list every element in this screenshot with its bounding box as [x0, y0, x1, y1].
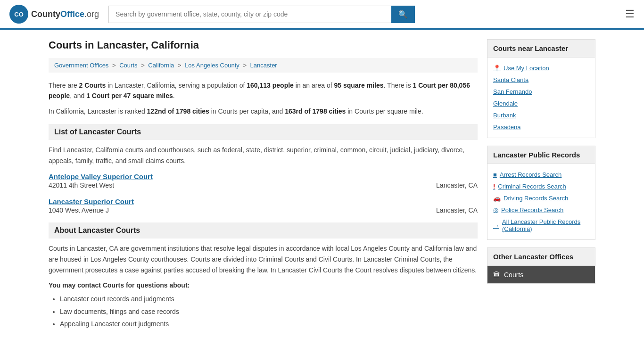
search-button[interactable]: 🔍 — [391, 6, 415, 23]
contact-item-1: Lancaster court records and judgments — [60, 293, 478, 305]
description-1: There are 2 Courts in Lancaster, Califor… — [49, 80, 478, 101]
site-header: CO CountyOffice.org 🔍 ☰ — [0, 0, 644, 30]
breadcrumb: Government Offices > Courts > California… — [49, 58, 478, 73]
arrow-icon: → — [493, 222, 499, 229]
court-item-2: Lancaster Superior Court 1040 West Avenu… — [49, 197, 478, 215]
contact-list: Lancaster court records and judgments La… — [49, 293, 478, 330]
main-content: Courts in Lancaster, California Governme… — [49, 39, 478, 330]
arrest-records-link[interactable]: ■ Arrest Records Search — [493, 169, 589, 181]
location-icon: 📍 — [493, 65, 501, 72]
nearby-city-4[interactable]: Burbank — [493, 109, 589, 121]
court-city-2: Lancaster, CA — [436, 206, 478, 214]
driving-icon: 🚗 — [493, 195, 501, 202]
nearby-city-1[interactable]: Santa Clarita — [493, 74, 589, 86]
about-text: Courts in Lancaster, CA are government i… — [49, 243, 478, 276]
other-offices-box: Other Lancaster Offices 🏛 Courts — [487, 247, 595, 284]
contact-item-3: Appealing Lancaster court judgments — [60, 318, 478, 330]
courts-near-box: Courts near Lancaster 📍 Use My Location … — [487, 39, 595, 138]
court-details-2: 1040 West Avenue J Lancaster, CA — [49, 206, 478, 215]
police-records-link[interactable]: ◎ Police Records Search — [493, 204, 589, 216]
court-city-1: Lancaster, CA — [436, 181, 478, 189]
driving-records-link[interactable]: 🚗 Driving Records Search — [493, 192, 589, 204]
court-address-1: 42011 4th Street West — [49, 181, 114, 189]
page-title: Courts in Lancaster, California — [49, 39, 478, 51]
contact-heading: You may contact Courts for questions abo… — [49, 281, 478, 289]
courts-near-title: Courts near Lancaster — [487, 40, 595, 58]
breadcrumb-courts[interactable]: Courts — [119, 62, 137, 69]
list-section-header: List of Lancaster Courts — [49, 124, 478, 140]
arrest-icon: ■ — [493, 171, 497, 178]
nearby-city-5[interactable]: Pasadena — [493, 121, 589, 133]
nearby-city-2[interactable]: San Fernando — [493, 86, 589, 98]
sidebar: Courts near Lancaster 📍 Use My Location … — [487, 39, 595, 330]
about-section-header: About Lancaster Courts — [49, 222, 478, 239]
breadcrumb-california[interactable]: California — [148, 62, 174, 69]
search-area: 🔍 — [108, 6, 415, 23]
criminal-records-link[interactable]: ! Criminal Records Search — [493, 181, 589, 192]
criminal-icon: ! — [493, 183, 495, 190]
all-public-records-link[interactable]: → All Lancaster Public Records (Californ… — [493, 216, 589, 235]
logo-text: CountyOffice.org — [31, 9, 99, 19]
nearby-city-3[interactable]: Glendale — [493, 98, 589, 109]
contact-item-2: Law documents, filings and case records — [60, 305, 478, 318]
court-item-1: Antelope Valley Superior Court 42011 4th… — [49, 173, 478, 190]
court-name-1[interactable]: Antelope Valley Superior Court — [49, 173, 478, 181]
list-section-desc: Find Lancaster, California courts and co… — [49, 145, 478, 166]
public-records-box: Lancaster Public Records ■ Arrest Record… — [487, 146, 595, 240]
breadcrumb-lancaster[interactable]: Lancaster — [250, 62, 277, 69]
police-icon: ◎ — [493, 206, 498, 214]
logo[interactable]: CO CountyOffice.org — [9, 5, 99, 24]
use-location-label: Use My Location — [504, 65, 549, 72]
office-courts[interactable]: 🏛 Courts — [487, 266, 595, 283]
court-address-2: 1040 West Avenue J — [49, 206, 109, 214]
other-offices-title: Other Lancaster Offices — [487, 248, 595, 266]
court-details-1: 42011 4th Street West Lancaster, CA — [49, 181, 478, 190]
breadcrumb-la-county[interactable]: Los Angeles County — [185, 62, 239, 69]
courts-office-icon: 🏛 — [493, 271, 500, 279]
svg-text:CO: CO — [14, 11, 24, 18]
search-input[interactable] — [108, 6, 391, 23]
logo-icon: CO — [9, 5, 28, 24]
courts-near-content: 📍 Use My Location Santa Clarita San Fern… — [487, 58, 595, 138]
public-records-title: Lancaster Public Records — [487, 146, 595, 164]
court-name-2[interactable]: Lancaster Superior Court — [49, 197, 478, 206]
courts-office-label: Courts — [504, 271, 523, 279]
use-my-location-link[interactable]: 📍 Use My Location — [493, 62, 589, 74]
breadcrumb-gov-offices[interactable]: Government Offices — [54, 62, 108, 69]
menu-button[interactable]: ☰ — [625, 8, 635, 20]
main-container: Courts in Lancaster, California Governme… — [39, 30, 605, 340]
description-2: In California, Lancaster is ranked 122nd… — [49, 106, 478, 116]
public-records-content: ■ Arrest Records Search ! Criminal Recor… — [487, 164, 595, 239]
